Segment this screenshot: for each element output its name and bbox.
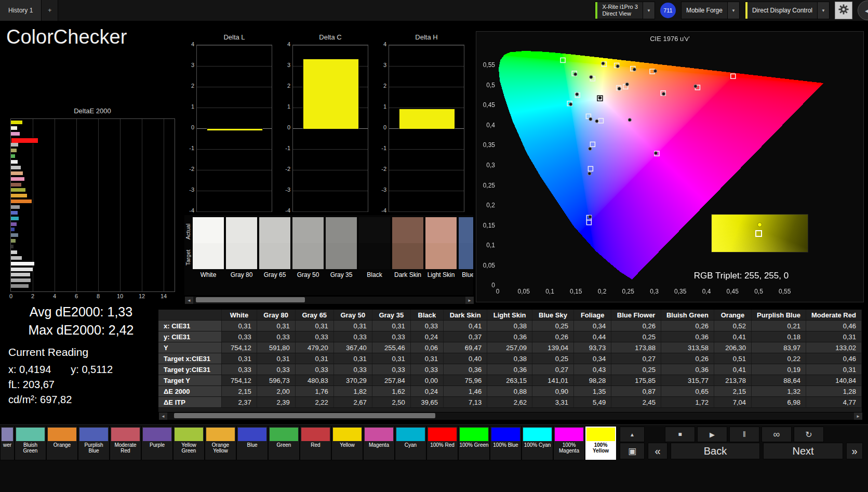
swatch-target-color [326,243,357,269]
patch-orange[interactable]: Orange [46,426,78,460]
continuous-measure-button[interactable]: ∞ [762,427,792,442]
pause-button[interactable]: ‖ [729,427,759,442]
gridline [197,108,272,108]
chevron-down-icon[interactable]: ▼ [727,2,739,19]
stop-icon: ■ [678,431,682,438]
patch-yellow[interactable]: Yellow [331,426,363,460]
patch-purple[interactable]: Purple [141,426,173,460]
table-row: ΔE 20002,152,001,761,821,620,241,460,880… [158,386,862,397]
pattern-bar: werBluish GreenOrangePurplish BlueModera… [0,424,868,492]
table-cell: 0,37 [444,331,487,342]
table-cell: 2,45 [611,397,661,408]
patch-orange-yellow[interactable]: Orange Yellow [205,426,236,460]
patch-100-green[interactable]: 100% Green [458,426,490,460]
x-axis-tick-label: 4 [53,293,56,299]
meter-label: X-Rite i1Pro 3 Direct View [597,2,642,19]
swatch-label: Gray 80 [226,271,257,278]
patch-blue[interactable]: Blue [236,426,268,460]
patch-color-chip [301,428,330,441]
tab-history-1[interactable]: History 1 [0,0,42,21]
gridline [293,170,368,170]
patch-color-chip [460,428,488,441]
stop-button[interactable]: ■ [665,427,695,442]
patch-bluish-green[interactable]: Bluish Green [15,426,46,460]
swatch-scrollbar[interactable]: ◄ ► [184,296,474,304]
table-row: ΔE ITP2,372,392,222,672,5039,657,132,623… [158,397,862,408]
table-cell: 2,22 [295,397,333,408]
play-button[interactable]: ▶ [697,427,727,442]
settings-button[interactable] [835,2,852,19]
patch-label: 100% Cyan [522,442,553,448]
rgb-triplet-caption: RGB Triplet: 255, 255, 0 [674,271,809,281]
column-header: Gray 65 [295,310,333,321]
patch-magenta[interactable]: Magenta [363,426,395,460]
repeat-button[interactable]: ↻ [794,427,824,442]
scrollbar-thumb[interactable] [196,297,305,302]
scroll-right-button[interactable]: ► [465,297,474,304]
patch-wer[interactable]: wer [0,426,15,460]
scroll-left-button[interactable]: ◄ [185,297,193,304]
table-cell: 0,31 [222,353,257,364]
scroll-up-button[interactable]: ▲ [620,427,645,442]
patch-cyan[interactable]: Cyan [395,426,426,460]
table-corner-cell [158,310,222,321]
next-button[interactable]: Next [763,443,843,459]
table-cell: 2,15 [222,386,257,397]
pattern-window-button[interactable]: ▣ [620,443,645,459]
chevron-down-icon[interactable]: ▼ [817,2,829,19]
table-cell: 0,21 [752,321,806,331]
patch-red[interactable]: Red [300,426,331,460]
avg-de2000: Avg dE2000: 1,33 [3,304,159,320]
patch-purplish-blue[interactable]: Purplish Blue [78,426,110,460]
table-cell: 0,27 [611,353,661,364]
row-label: Y [158,342,222,353]
table-cell: 0,36 [487,364,532,375]
meter-dropdown[interactable]: X-Rite i1Pro 3 Direct View ▼ [595,2,655,19]
chevron-down-icon[interactable]: ▼ [643,2,655,19]
column-header: Dark Skin [444,310,487,321]
collapse-panel-button[interactable]: ◀ [858,1,868,20]
patch-yellow-green[interactable]: Yellow Green [173,426,205,460]
table-cell: 2,37 [222,397,257,408]
patch-color-chip [79,428,108,441]
scrollbar-thumb[interactable] [174,413,435,418]
target-row-label: Target [185,244,192,271]
table-cell: 0,33 [295,331,333,342]
y-axis-tick-label: 3 [375,62,386,68]
x-axis-tick-label: 8 [97,293,100,299]
patch-100-magenta[interactable]: 100% Magenta [553,426,585,460]
patch-color-chip [2,428,13,441]
scroll-left-button[interactable]: ◄ [159,413,167,420]
scrollbar-track[interactable] [167,413,854,420]
y-axis-tick-label: -4 [279,207,290,214]
last-page-button[interactable]: » [846,443,863,459]
patch-100-red[interactable]: 100% Red [426,426,458,460]
first-page-button[interactable]: « [648,443,667,459]
table-scrollbar[interactable]: ◄ ► [158,412,863,420]
table-cell: 0,25 [611,364,661,375]
gridline [55,119,55,291]
table-cell: 175,85 [611,375,661,386]
patch-100-yellow[interactable]: 100% Yellow [585,426,617,460]
measurement-count-badge[interactable]: 711 [660,3,676,18]
window-icon: ▣ [628,446,636,457]
table-cell: 0,44 [574,331,611,342]
patch-green[interactable]: Green [268,426,300,460]
new-tab-button[interactable]: + [42,0,58,21]
table-cell: 0,26 [532,331,573,342]
patch-color-chip [333,428,362,441]
patch-100-cyan[interactable]: 100% Cyan [522,426,553,460]
back-button[interactable]: Back [671,443,760,459]
chart-title: Delta L [196,33,272,41]
patch-moderate-red[interactable]: Moderate Red [110,426,141,460]
pattern-source-dropdown[interactable]: Mobile Forge ▼ [681,2,740,19]
display-control-dropdown[interactable]: Direct Display Control ▼ [745,2,830,19]
patch-100-blue[interactable]: 100% Blue [490,426,522,460]
scrollbar-track[interactable] [193,297,465,304]
chart-title: CIE 1976 u'v' [476,35,863,43]
scroll-right-button[interactable]: ► [854,413,862,420]
swatch-target-color [259,243,290,269]
swatch-label: Blue Sky [459,271,473,278]
actual-row-label: Actual [185,218,192,245]
patch-label: 100% Magenta [554,442,584,454]
